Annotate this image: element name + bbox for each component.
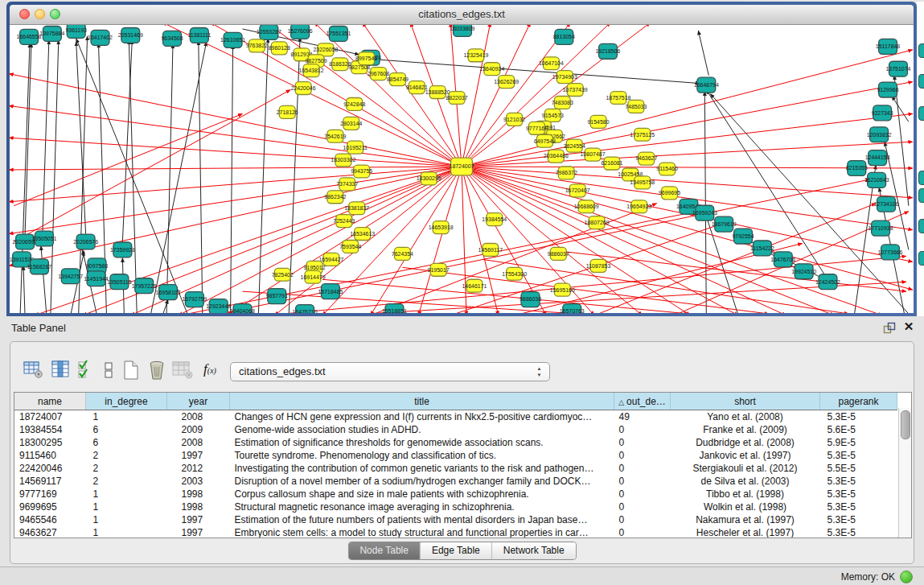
network-node[interactable]: 13942757 — [58, 269, 83, 284]
network-node[interactable]: 9886037 — [548, 247, 569, 260]
network-node[interactable]: 10553287 — [257, 25, 281, 39]
table-cell[interactable]: 5.3E-5 — [820, 449, 897, 462]
window-titlebar[interactable]: citations_edges.txt — [10, 5, 914, 25]
network-node[interactable]: 18303302 — [331, 154, 355, 167]
network-node[interactable]: 13975884 — [39, 26, 64, 41]
network-edge[interactable] — [10, 167, 462, 170]
network-canvas[interactable]: 1664655813975884936119316417402205314699… — [10, 25, 914, 313]
table-cell[interactable]: 9465546 — [14, 513, 86, 526]
table-cell[interactable]: 49 — [614, 410, 671, 424]
network-node[interactable]: 13626269 — [494, 76, 519, 89]
table-cell[interactable]: 1998 — [167, 501, 230, 513]
network-node[interactable]: 11568287 — [27, 259, 52, 274]
table-cell[interactable]: Embryonic stem cells: a model to study s… — [230, 526, 614, 538]
network-node[interactable]: 12444158 — [865, 150, 890, 166]
network-node[interactable]: 22420046 — [291, 82, 316, 95]
network-edge[interactable] — [35, 167, 462, 313]
table-cell[interactable]: Hescheler et al. (1997) — [671, 526, 820, 538]
network-node[interactable]: 13505115 — [107, 274, 132, 290]
network-node[interactable]: 11154222 — [750, 241, 774, 256]
table-cell[interactable]: Estimation of significance thresholds fo… — [230, 436, 614, 449]
network-node[interactable]: 16476706 — [770, 252, 795, 267]
network-edge[interactable] — [462, 167, 466, 313]
table-cell[interactable]: 1 — [86, 488, 167, 501]
column-header-in_degree[interactable]: in_degree — [86, 393, 167, 410]
table-cell[interactable]: 5.3E-5 — [820, 488, 897, 501]
network-node[interactable]: 14653918 — [429, 221, 454, 234]
network-node[interactable]: 17710938 — [869, 220, 893, 236]
table-cell[interactable]: Dudbridge et al. (2008) — [671, 436, 820, 449]
table-cell[interactable]: Tourette syndrome. Phenomenology and cla… — [230, 449, 614, 462]
network-node[interactable]: 7825402 — [272, 268, 294, 281]
table-cell[interactable]: Disruption of a novel member of a sodium… — [230, 475, 614, 488]
network-node[interactable]: 7542619 — [324, 130, 346, 142]
network-node[interactable] — [918, 251, 924, 266]
table-cell[interactable]: 5.3E-5 — [820, 513, 897, 526]
network-edge[interactable] — [10, 105, 462, 167]
table-cell[interactable]: 14569117 — [14, 475, 86, 488]
network-edge[interactable] — [462, 25, 610, 167]
network-node[interactable]: 17957225 — [132, 278, 157, 294]
network-node[interactable]: 8813054 — [553, 29, 575, 44]
network-node[interactable] — [918, 106, 924, 121]
network-edge[interactable] — [462, 113, 913, 167]
network-node[interactable]: 9115460 — [656, 163, 678, 175]
table-cell[interactable]: 2008 — [167, 410, 230, 424]
network-edge[interactable] — [562, 251, 906, 291]
network-node[interactable]: 16417402 — [88, 30, 113, 45]
network-node[interactable]: 9792554 — [733, 229, 754, 244]
table-cell[interactable]: 2 — [86, 475, 167, 488]
network-node[interactable]: 18807269 — [585, 216, 610, 229]
table-cell[interactable]: 19384554 — [14, 423, 86, 436]
network-node[interactable]: 10773666 — [878, 245, 903, 260]
network-node[interactable] — [918, 171, 924, 185]
network-node[interactable]: 16570763 — [560, 304, 585, 313]
network-edge[interactable] — [892, 97, 909, 122]
table-cell[interactable]: de Silva et al. (2003) — [671, 475, 820, 488]
network-node[interactable]: 9699695 — [659, 187, 680, 200]
network-node[interactable]: 13751074 — [885, 61, 910, 76]
network-edge[interactable] — [704, 92, 706, 313]
network-edge[interactable] — [418, 167, 462, 313]
create-column-icon[interactable] — [120, 358, 142, 382]
network-node[interactable]: 15518851 — [382, 304, 407, 313]
table-cell[interactable]: 1 — [86, 526, 167, 538]
network-node[interactable]: 7252443 — [333, 215, 355, 228]
column-header-name[interactable]: name — [14, 393, 86, 410]
network-node[interactable]: 17375125 — [630, 128, 655, 141]
network-edge[interactable] — [162, 299, 168, 313]
network-node[interactable]: 9862342 — [324, 191, 346, 204]
network-node[interactable] — [918, 188, 924, 203]
network-edge[interactable] — [462, 25, 531, 167]
network-node[interactable]: 15718485 — [318, 284, 343, 299]
row-height-icon[interactable] — [97, 358, 120, 382]
network-node[interactable]: 16648794 — [694, 77, 719, 93]
network-node[interactable]: 12610651 — [220, 32, 245, 47]
network-node[interactable]: 16033809 — [450, 25, 475, 36]
table-cell[interactable]: 18724007 — [14, 410, 86, 424]
table-cell[interactable]: 1997 — [167, 513, 230, 526]
table-cell[interactable]: 9463627 — [14, 526, 86, 538]
network-table-select[interactable]: citations_edges.txt ▲▼ — [230, 362, 550, 381]
table-cell[interactable]: 2009 — [167, 423, 230, 436]
scrollbar-thumb[interactable] — [901, 410, 910, 439]
network-node[interactable]: 8960128 — [269, 42, 290, 55]
table-cell[interactable]: 5.3E-5 — [820, 475, 897, 488]
network-node[interactable]: 20206576 — [73, 234, 98, 249]
table-cell[interactable]: 1998 — [167, 488, 230, 501]
network-node[interactable]: 16210643 — [864, 172, 889, 187]
table-cell[interactable]: Wolkin et al. (1998) — [671, 501, 820, 513]
table-cell[interactable]: 0 — [614, 475, 671, 488]
network-node[interactable]: 9227343 — [872, 105, 893, 121]
network-node[interactable]: 9195017 — [428, 263, 450, 276]
network-edge[interactable] — [20, 43, 30, 313]
table-cell[interactable]: Franke et al. (2009) — [671, 423, 820, 436]
column-header-title[interactable]: title — [230, 393, 614, 410]
tab-network-table[interactable]: Network Table — [492, 542, 576, 559]
network-edge[interactable] — [43, 40, 49, 233]
table-cell[interactable]: 0 — [614, 462, 671, 475]
table-cell[interactable]: 2012 — [167, 462, 230, 475]
table-cell[interactable]: Nakamura et al. (1997) — [671, 513, 820, 526]
table-cell[interactable]: 1 — [86, 410, 167, 424]
network-node[interactable]: 9154580 — [588, 115, 610, 128]
